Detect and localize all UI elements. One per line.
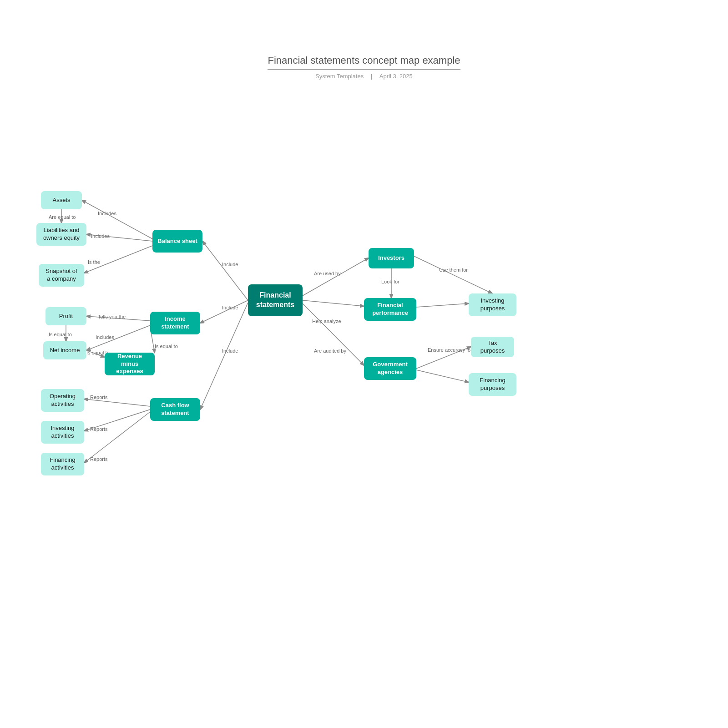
subtitle-source: System Templates — [315, 73, 364, 80]
label-tells-you: Tells you the — [98, 314, 126, 319]
page-title: Financial statements concept map example — [268, 55, 460, 70]
svg-line-2 — [200, 303, 248, 410]
label-includes-ni: Includes — [96, 334, 114, 340]
svg-line-16 — [303, 300, 364, 306]
node-net-income[interactable]: Net income — [43, 341, 86, 359]
node-assets[interactable]: Assets — [41, 191, 82, 209]
node-financial-performance[interactable]: Financial performance — [364, 298, 416, 321]
label-isequal-rev: Is equal to — [155, 344, 178, 349]
label-isequal-ni: Is equal to — [49, 332, 72, 337]
label-ensure-accuracy: Ensure accuracy for — [428, 347, 472, 353]
label-use-them-for: Use them for — [439, 267, 468, 273]
svg-line-21 — [416, 370, 469, 382]
label-include-income: Include — [222, 305, 238, 310]
label-look-for: Look for — [381, 279, 399, 284]
label-includes-assets: Includes — [98, 211, 116, 216]
node-financial-statements[interactable]: Financial statements — [248, 284, 303, 316]
diagram-area: Include Include Include Includes Include… — [0, 89, 728, 703]
page-header: Financial statements concept map example… — [0, 0, 728, 89]
page-subtitle: System Templates | April 3, 2025 — [0, 73, 728, 80]
svg-line-1 — [200, 300, 248, 323]
node-financing-activities[interactable]: Financing activities — [41, 453, 84, 475]
svg-line-15 — [303, 258, 369, 296]
svg-line-0 — [202, 241, 248, 300]
label-are-used-by: Are used by — [314, 271, 341, 276]
node-tax-purposes[interactable]: Tax purposes — [471, 337, 514, 357]
label-are-equal-to: Are equal to — [49, 214, 76, 220]
label-include-cashflow: Include — [222, 348, 238, 354]
label-help-analyze: Help analyze — [312, 318, 341, 324]
label-includes-liab: Includes — [91, 233, 110, 239]
svg-line-12 — [84, 399, 150, 406]
svg-line-19 — [416, 303, 469, 307]
node-profit[interactable]: Profit — [46, 307, 86, 325]
node-revenue-minus-expenses[interactable]: Revenue minus expenses — [105, 353, 155, 375]
node-cash-flow-statement[interactable]: Cash flow statement — [150, 398, 200, 421]
subtitle-date: April 3, 2025 — [379, 73, 413, 80]
node-government-agencies[interactable]: Government agencies — [364, 357, 416, 380]
label-are-audited-by: Are audited by — [314, 348, 346, 354]
node-financing-purposes[interactable]: Financing purposes — [469, 373, 516, 396]
node-liabilities[interactable]: Liabilities and owners equity — [36, 223, 86, 246]
node-income-statement[interactable]: Income statement — [150, 312, 200, 334]
label-include-balance: Include — [222, 262, 238, 267]
label-reports-inv: Reports — [90, 426, 108, 432]
svg-line-22 — [414, 256, 492, 293]
node-investing-activities[interactable]: Investing activities — [41, 421, 84, 444]
node-investing-purposes[interactable]: Investing purposes — [469, 293, 516, 316]
svg-line-14 — [84, 412, 150, 463]
node-balance-sheet[interactable]: Balance sheet — [152, 230, 202, 253]
label-reports-op: Reports — [90, 394, 108, 400]
label-reports-fin: Reports — [90, 456, 108, 462]
node-operating-activities[interactable]: Operating activities — [41, 389, 84, 412]
svg-line-17 — [303, 303, 364, 365]
node-investors[interactable]: Investors — [369, 248, 414, 268]
connections-svg — [0, 89, 728, 703]
label-is-the: Is the — [88, 259, 100, 265]
node-snapshot[interactable]: Snapshot of a company — [39, 264, 84, 287]
subtitle-sep: | — [371, 73, 372, 80]
